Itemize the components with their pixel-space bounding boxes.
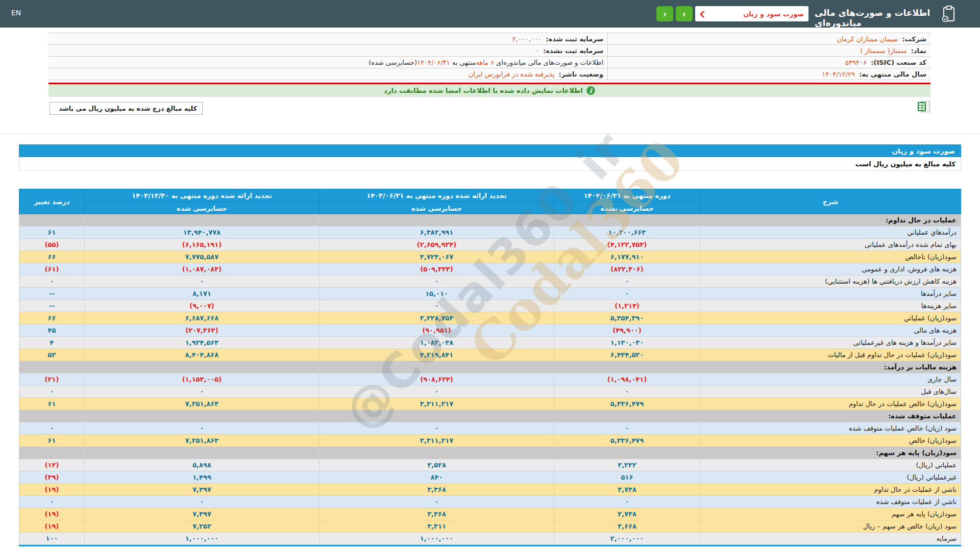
- value-percent-change: (۱۹): [19, 484, 84, 495]
- value-percent-change: ۰: [19, 386, 84, 397]
- value-percent-change: [19, 410, 84, 422]
- row-label: بهای تمام شده درآمدهای عملیاتی: [700, 239, 961, 251]
- value-restated-halfyear: (۲,۶۵۹,۹۲۴): [319, 239, 554, 251]
- info-row: سال مالی منتهی به: ۱۴۰۴/۱۲/۲۹وضعیت ناشر:…: [48, 68, 930, 80]
- value-restated-fullyear: ۷,۷۷۵,۵۸۷: [84, 251, 319, 263]
- table-row: ساير درآمدها۰۱۵,۰۱۰۸,۱۷۱--: [19, 288, 961, 300]
- value-restated-halfyear: ۲,۵۲۸: [319, 459, 554, 471]
- table-row: غيرعملياتي (ريال)۵۱۶۸۴۰۱,۴۹۹(۳۹): [19, 471, 961, 484]
- value-percent-change: (۱۹): [19, 508, 84, 520]
- info-label: (حسابرسی شده): [369, 59, 417, 66]
- info-label: سرمایه ثبت نشده:: [543, 47, 603, 55]
- value-restated-fullyear: ۰: [84, 422, 319, 434]
- value-restated-fullyear: ۱,۰۰۰,۰۰۰: [84, 533, 319, 544]
- row-label: عملياتي (ريال): [700, 459, 961, 471]
- info-label: منتهی به: [450, 59, 476, 66]
- value-percent-change: ۵۲: [19, 349, 84, 361]
- table-row: هزينه های مالی(۴۹,۹۰۰)(۹۰,۹۵۱)(۲۰۷,۳۶۳)۴…: [19, 324, 961, 337]
- value-restated-fullyear: ۷,۲۵۱,۸۶۳: [84, 435, 319, 446]
- statement-type-select[interactable]: صورت سود و زیان ❯: [695, 6, 808, 21]
- value-current: (۸۲۲,۳۰۶): [554, 263, 700, 275]
- table-row: هزينه کاهش ارزش دريافتني ها (هزينه استثن…: [19, 276, 961, 288]
- value-current: ۲,۷۳۸: [554, 484, 700, 495]
- row-label: سود(زيان) ناخالص: [700, 251, 961, 263]
- header-current-period: دوره منتهی به ۱۴۰۴/۰۶/۳۱ حسابرسی نشده: [554, 189, 700, 214]
- value-restated-fullyear: ۷,۲۵۲: [84, 520, 319, 532]
- table-row: سود (زيان) خالص هر سهم – ريال۲,۶۶۸۳,۳۱۱۷…: [19, 520, 961, 533]
- company-info-table: شرکت: سیمان ممتازان کرمانسرمایه ثبت شده:…: [48, 33, 930, 80]
- value-percent-change: --: [19, 288, 84, 299]
- value-percent-change: ۶۱: [19, 227, 84, 238]
- info-value: ۰: [535, 47, 543, 55]
- table-row: سود(زيان) ناخالص۶,۱۷۷,۹۱۰۳,۷۲۳,۰۶۷۷,۷۷۵,…: [19, 251, 961, 263]
- signature-match-banner: i اطلاعات نمایش داده شده با اطلاعات امضا…: [48, 83, 930, 97]
- value-percent-change: (۵۵): [19, 239, 84, 251]
- table-row: سرمايه۲,۰۰۰,۰۰۰۱,۰۰۰,۰۰۰۱,۰۰۰,۰۰۰۱۰۰: [19, 533, 961, 545]
- row-label: سود(زيان) پايه هر سهم:: [700, 447, 961, 459]
- info-value: ۱۴۰۴/۰۶/۳۱: [417, 59, 450, 66]
- value-percent-change: [19, 361, 84, 373]
- value-current: ۱,۱۳۰,۰۳۰: [554, 337, 700, 348]
- header-restated-fullyear: تجدید ارائه شده دوره منتهی به ۱۴۰۳/۱۲/۳۰…: [84, 189, 319, 214]
- row-label: سال جاری: [700, 373, 961, 385]
- table-header: شرح دوره منتهی به ۱۴۰۴/۰۶/۳۱ حسابرسی نشد…: [19, 189, 961, 214]
- info-cell: کد صنعت (ISIC): ۵۳۹۴۰۶: [607, 57, 930, 68]
- value-restated-fullyear: ۱۳,۹۴۰,۷۷۸: [84, 227, 319, 238]
- row-label: سایر هزینه‌ها: [700, 300, 961, 312]
- row-label: ناشي از عمليات متوقف شده: [700, 496, 961, 508]
- value-restated-halfyear: (۵۰۹,۳۲۳): [319, 263, 554, 275]
- info-icon: i: [586, 86, 595, 95]
- value-percent-change: ۴: [19, 337, 84, 348]
- value-restated-halfyear: [319, 447, 554, 459]
- statement-type-selected-value: صورت سود و زیان: [743, 10, 804, 18]
- info-value: ۱۴۰۴/۱۲/۲۹: [822, 70, 859, 78]
- section-row: هزينه ماليات بر درآمد:: [19, 361, 961, 373]
- info-label: نماد:: [911, 47, 926, 55]
- row-label: هزينه کاهش ارزش دريافتني ها (هزينه استثن…: [700, 276, 961, 287]
- row-label: سود(زيان) عمليات در حال تداوم قبل از مال…: [700, 349, 961, 361]
- value-percent-change: [19, 214, 84, 226]
- info-cell: سال مالی منتهی به: ۱۴۰۴/۱۲/۲۹: [607, 68, 930, 80]
- value-current: (۴,۱۲۲,۷۵۳): [554, 239, 700, 251]
- value-current: ۵,۳۳۶,۴۷۹: [554, 398, 700, 410]
- value-current: [554, 361, 700, 373]
- value-current: ۲,۶۶۸: [554, 520, 700, 532]
- excel-export-icon[interactable]: [918, 101, 931, 113]
- table-row: سود(زيان) خالص۵,۳۳۶,۴۷۹۳,۳۱۱,۲۱۷۷,۲۵۱,۸۶…: [19, 435, 961, 447]
- row-label: ناشي از عمليات در حال تداوم: [700, 484, 961, 495]
- value-restated-fullyear: ۷,۳۹۷: [84, 508, 319, 520]
- prev-statement-button[interactable]: ‹: [656, 6, 673, 21]
- row-label: سود(زيان) خالص: [700, 435, 961, 446]
- info-cell: اطلاعات و صورت‌های مالی میاندوره‌ای ۶ ما…: [48, 57, 607, 68]
- value-restated-halfyear: ۴,۲۱۹,۸۴۱: [319, 349, 554, 361]
- value-restated-halfyear: ۳,۳۱۱: [319, 520, 554, 532]
- info-row: شرکت: سیمان ممتازان کرمانسرمایه ثبت شده:…: [48, 33, 930, 45]
- value-percent-change: (۳۹): [19, 471, 84, 483]
- value-current: (۱,۰۹۸,۰۴۱): [554, 373, 700, 385]
- row-label: هزينه های فروش، اداری و عمومی: [700, 263, 961, 275]
- next-statement-button[interactable]: ›: [676, 6, 693, 21]
- row-label: سود(زيان) خالص عمليات در حال تداوم: [700, 398, 961, 410]
- info-label: سال مالی منتهی به:: [859, 70, 926, 78]
- row-label: سرمايه: [700, 533, 961, 544]
- value-current: ۲,۰۰۰,۰۰۰: [554, 533, 700, 544]
- top-bar: EN اطلاعات و صورت‌های مالی میاندوره‌ای ص…: [0, 0, 980, 28]
- value-restated-halfyear: ۰: [319, 496, 554, 508]
- row-label: سود (زيان) خالص هر سهم – ريال: [700, 520, 961, 532]
- info-row: کد صنعت (ISIC): ۵۳۹۴۰۶اطلاعات و صورت‌های…: [48, 57, 930, 68]
- value-restated-halfyear: ۳,۳۶۸: [319, 484, 554, 495]
- value-current: ۰: [554, 496, 700, 508]
- value-restated-fullyear: ۷,۳۹۷: [84, 484, 319, 495]
- header-percent-change: درصد تغییر: [19, 189, 84, 214]
- value-current: ۱۰,۳۰۰,۶۶۳: [554, 227, 700, 238]
- value-restated-fullyear: ۰: [84, 276, 319, 287]
- value-restated-fullyear: ۶,۶۸۷,۶۶۸: [84, 312, 319, 324]
- value-restated-halfyear: ۱,۰۸۲,۰۳۸: [319, 337, 554, 348]
- info-label: شرکت:: [902, 35, 926, 43]
- section-row: عملیات متوقف شده:: [19, 410, 961, 422]
- en-language-link[interactable]: EN: [11, 9, 21, 17]
- statement-title: صورت سود و زیان: [892, 147, 955, 155]
- value-current: ۰: [554, 276, 700, 287]
- info-label: وضعیت ناشر:: [559, 70, 603, 78]
- value-restated-halfyear: ۳,۲۲۸,۷۵۴: [319, 312, 554, 324]
